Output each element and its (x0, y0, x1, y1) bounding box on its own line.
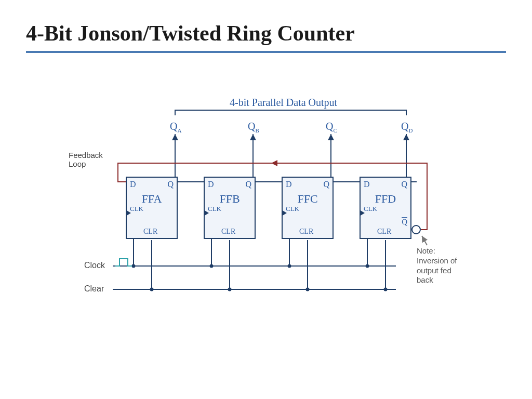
svg-point-28 (306, 288, 310, 291)
svg-point-17 (132, 264, 136, 268)
feedback-loop-label: Feedback Loop (69, 151, 103, 168)
svg-point-27 (288, 264, 291, 268)
pin-clr: CLR (377, 228, 391, 236)
inversion-note: Note: Inversion of output fed back (417, 246, 457, 285)
flipflop-ffa: D Q FFA CLK CLR (126, 177, 178, 239)
pin-d: D (364, 180, 370, 189)
ff-name: FFA (127, 192, 177, 206)
output-qd: QD (401, 121, 413, 134)
clk-edge-icon (204, 210, 209, 216)
clk-edge-icon (126, 210, 131, 216)
clear-rail-label: Clear (84, 284, 104, 294)
pin-clr: CLR (221, 228, 235, 236)
ff-name: FFD (361, 192, 410, 206)
pin-clk: CLK (208, 205, 221, 213)
output-qc: QC (326, 121, 337, 134)
clock-rail-label: Clock (84, 261, 105, 270)
clk-edge-icon (360, 210, 365, 216)
output-qa: QA (170, 121, 181, 134)
pin-clr: CLR (299, 228, 313, 236)
ff-name: FFB (205, 192, 255, 206)
flipflop-ffd: D Q FFD CLK CLR Q (360, 177, 411, 239)
pin-d: D (208, 180, 214, 189)
title-underline (26, 51, 506, 53)
pin-d: D (130, 180, 136, 189)
parallel-output-header: 4-bit Parallel Data Output (230, 97, 337, 109)
svg-point-31 (366, 264, 369, 268)
pin-clk: CLK (364, 205, 377, 213)
circuit-diagram: 4-bit Parallel Data Output Feedback Loop… (63, 100, 469, 339)
pin-q: Q (167, 180, 174, 189)
pin-q: Q (323, 180, 329, 189)
pin-qbar: Q (402, 218, 407, 227)
pin-d: D (286, 180, 292, 189)
pin-q: Q (245, 180, 251, 189)
slide: 4-Bit Jonson/Twisted Ring Counter (0, 0, 532, 399)
inversion-bubble-icon (411, 225, 421, 234)
svg-point-23 (210, 264, 214, 268)
svg-point-24 (228, 288, 232, 291)
pin-clr: CLR (143, 228, 157, 236)
pin-clk: CLK (286, 205, 299, 213)
pin-q: Q (401, 180, 407, 189)
output-qb: QB (248, 121, 259, 134)
svg-line-33 (422, 236, 427, 245)
ff-name: FFC (283, 192, 332, 206)
clk-edge-icon (282, 210, 287, 216)
svg-point-18 (150, 288, 154, 291)
flipflop-ffb: D Q FFB CLK CLR (204, 177, 256, 239)
slide-title: 4-Bit Jonson/Twisted Ring Counter (26, 21, 506, 46)
flipflop-ffc: D Q FFC CLK CLR (282, 177, 334, 239)
svg-point-32 (384, 288, 388, 291)
pin-clk: CLK (130, 205, 143, 213)
